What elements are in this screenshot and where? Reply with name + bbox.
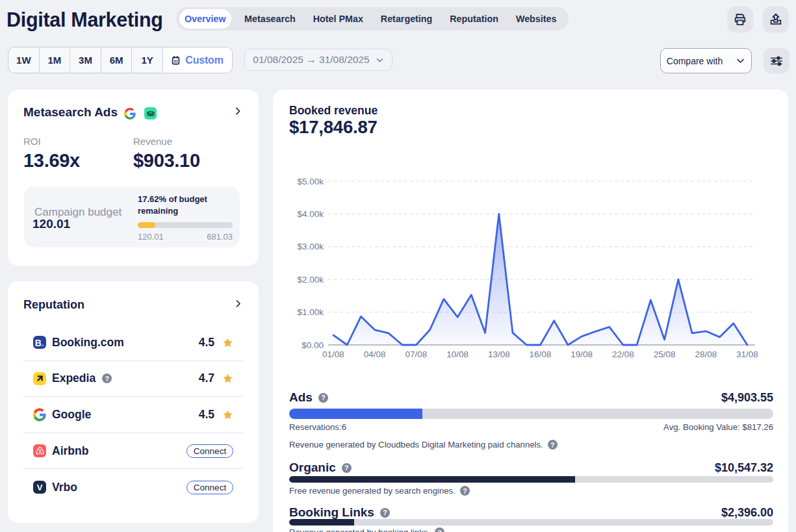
svg-text:19/08: 19/08 (571, 349, 593, 359)
svg-text:$2.00k: $2.00k (297, 275, 324, 285)
svg-text:$0.00: $0.00 (302, 340, 324, 350)
svg-text:25/08: 25/08 (654, 349, 676, 359)
svg-text:28/08: 28/08 (695, 349, 717, 359)
svg-text:$5.00k: $5.00k (297, 177, 324, 186)
svg-text:22/08: 22/08 (612, 349, 634, 359)
svg-text:16/08: 16/08 (530, 349, 552, 359)
svg-text:10/08: 10/08 (446, 349, 469, 359)
svg-text:01/08: 01/08 (322, 349, 344, 359)
svg-text:$4.00k: $4.00k (297, 209, 324, 219)
svg-text:13/08: 13/08 (488, 349, 510, 359)
svg-text:31/08: 31/08 (736, 349, 758, 359)
svg-text:$3.00k: $3.00k (297, 242, 324, 251)
svg-text:07/08: 07/08 (405, 349, 428, 359)
svg-text:$1.00k: $1.00k (297, 307, 324, 317)
svg-text:04/08: 04/08 (364, 349, 386, 359)
